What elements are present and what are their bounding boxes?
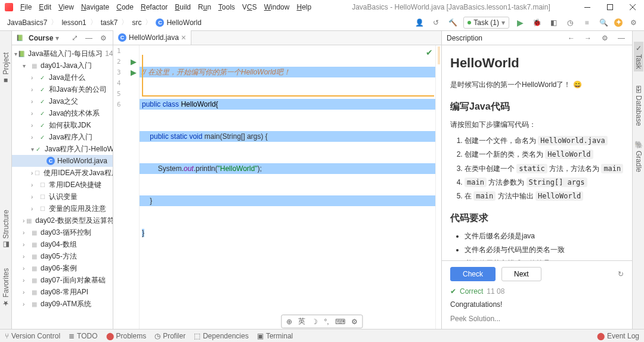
tree-day08[interactable]: ›▦day08-常用API xyxy=(12,286,113,298)
close-button[interactable] xyxy=(621,0,644,14)
tree-lesson[interactable]: ›✓Java是什么 xyxy=(12,71,113,83)
maximize-button[interactable] xyxy=(599,0,621,14)
task-icon: ✓ xyxy=(34,145,42,153)
menu-edit[interactable]: Edit xyxy=(35,2,55,13)
gradle-tool-button[interactable]: 🐘Gradle xyxy=(634,140,643,172)
tree-lesson[interactable]: ›☐使用IDEA开发Java程序 xyxy=(12,167,113,179)
menu-file[interactable]: File xyxy=(17,2,35,13)
tree-day06[interactable]: ›▦day06-案例 xyxy=(12,262,113,274)
emoji-icon: 😄 xyxy=(573,80,582,89)
problems-button[interactable]: ⬤Problems xyxy=(106,332,147,340)
tree-day02[interactable]: ›▦day02-数据类型及运算符 xyxy=(12,214,113,226)
menu-view[interactable]: View xyxy=(55,2,78,13)
tree-lesson[interactable]: ›✓和Java有关的公司 xyxy=(12,83,113,95)
breadcrumb-item[interactable]: src xyxy=(129,17,144,28)
ime-lang[interactable]: 英 xyxy=(298,316,305,327)
minimize-button[interactable] xyxy=(576,0,599,14)
profiler-button[interactable]: ◷Profiler xyxy=(154,332,185,340)
debug-button[interactable]: 🐞 xyxy=(531,17,543,29)
tree-hello-file[interactable]: CHelloWorld.java xyxy=(12,155,113,167)
favorites-tool-button[interactable]: ★Favorites xyxy=(2,268,10,307)
breadcrumb-item[interactable]: task7 xyxy=(98,17,120,28)
ime-settings-icon[interactable]: ⚙ xyxy=(351,318,358,326)
tree-day01[interactable]: ▾▦day01-Java入门 xyxy=(12,60,113,71)
module-icon: ▦ xyxy=(24,216,33,225)
version-control-button[interactable]: ⑂Version Control xyxy=(5,332,60,340)
next-task-icon[interactable]: → xyxy=(582,32,594,44)
ide-updates-icon[interactable]: ✦ xyxy=(614,18,623,27)
tree-lesson[interactable]: ›☐认识变量 xyxy=(12,191,113,203)
check-button[interactable]: Check xyxy=(450,267,496,281)
tree-course-root[interactable]: ▾📗Java基础入门-每日练习14/109 xyxy=(12,48,113,60)
ime-bar[interactable]: ⊕ 英 ☽ °, ⌨ ⚙ xyxy=(281,315,363,328)
tree-lesson[interactable]: ›✓Java之父 xyxy=(12,95,113,107)
close-tab-icon[interactable]: × xyxy=(181,33,186,42)
expand-all-icon[interactable]: ⤢ xyxy=(69,32,80,44)
menu-help[interactable]: Help xyxy=(293,2,315,13)
tree-day09[interactable]: ›▦day09-ATM系统 xyxy=(12,298,113,310)
coverage-button[interactable]: ◧ xyxy=(547,17,559,29)
stop-button[interactable]: ■ xyxy=(581,17,593,29)
tree-lesson[interactable]: ›✓Java程序入门 xyxy=(12,131,113,143)
build-icon[interactable]: 🔨 xyxy=(447,17,459,29)
menu-build[interactable]: Build xyxy=(171,2,194,13)
menu-tools[interactable]: Tools xyxy=(215,2,239,13)
dependencies-button[interactable]: ⬚Dependencies xyxy=(194,332,249,340)
menu-vcs[interactable]: VCS xyxy=(239,2,261,13)
settings-icon[interactable]: ⚙ xyxy=(627,17,639,29)
tree-lesson[interactable]: ›☐常用IDEA快捷键 xyxy=(12,179,113,191)
menu-refactor[interactable]: Refactor xyxy=(137,2,171,13)
ime-globe-icon[interactable]: ⊕ xyxy=(286,318,292,326)
search-everywhere-button[interactable]: 🔍 xyxy=(597,17,609,29)
add-user-icon[interactable]: 👤 xyxy=(413,17,425,29)
module-icon: ▦ xyxy=(30,276,38,284)
ime-moon-icon[interactable]: ☽ xyxy=(311,318,318,326)
breadcrumb-item[interactable]: lesson1 xyxy=(59,17,88,28)
run-button[interactable]: ▶ xyxy=(514,17,526,29)
terminal-button[interactable]: ▣Terminal xyxy=(257,332,293,340)
app-logo-icon xyxy=(5,3,13,11)
editor-minimap[interactable] xyxy=(435,45,441,329)
breadcrumb-item[interactable]: JavaBasics7 xyxy=(5,17,49,28)
menu-navigate[interactable]: Navigate xyxy=(78,2,113,13)
tree-lesson[interactable]: ›✓如何获取JDK xyxy=(12,119,113,131)
task-icon: ✓ xyxy=(38,121,47,129)
tree-lesson[interactable]: ›☐变量的应用及注意 xyxy=(12,203,113,214)
ime-keyboard-icon[interactable]: ⌨ xyxy=(335,318,345,326)
panel-settings-icon[interactable]: ⚙ xyxy=(599,32,611,44)
task-tool-button[interactable]: ✓Task xyxy=(634,42,643,71)
event-log-button[interactable]: ⬤Event Log xyxy=(597,332,639,340)
next-button[interactable]: Next xyxy=(501,267,541,281)
hide-panel-icon[interactable]: — xyxy=(615,32,627,44)
tree-day03[interactable]: ›▦day03-循环控制 xyxy=(12,226,113,238)
editor-tab[interactable]: C HelloWorld.java × xyxy=(113,30,191,45)
menu-code[interactable]: Code xyxy=(113,2,137,13)
tree-hello-lesson[interactable]: ▾✓Java程序入门-HelloWorld xyxy=(12,143,113,155)
tree-day04[interactable]: ›▦day04-数组 xyxy=(12,238,113,250)
run-gutter-icon[interactable]: ▶ xyxy=(131,57,137,66)
run-config-selector[interactable]: Task (1) ▾ xyxy=(463,17,509,29)
database-tool-button[interactable]: 🗄Database xyxy=(634,86,643,126)
editor-gutter: 1 2▶ 3▶ 4 5 6 xyxy=(113,45,140,329)
panel-settings-icon[interactable]: ⚙ xyxy=(97,32,109,44)
code-body[interactable]: // 在这里，开始编写你的第一个HelloWorld吧！ public clas… xyxy=(140,45,435,329)
menu-window[interactable]: Window xyxy=(261,2,293,13)
peek-solution-link[interactable]: Peek Solution... xyxy=(450,315,624,323)
breadcrumb-item[interactable]: CHelloWorld xyxy=(153,17,203,28)
todo-button[interactable]: ≣TODO xyxy=(69,332,97,340)
structure-tool-button[interactable]: ◧Structure xyxy=(2,210,10,249)
editor-content[interactable]: 1 2▶ 3▶ 4 5 6 // 在这里，开始编写你的第一个HelloWorld… xyxy=(113,45,441,329)
prev-task-icon[interactable]: ← xyxy=(565,32,577,44)
tree-lesson[interactable]: ›✓Java的技术体系 xyxy=(12,107,113,119)
sync-icon[interactable]: ↺ xyxy=(430,17,442,29)
tree-day05[interactable]: ›▦day05-方法 xyxy=(12,250,113,262)
collapse-icon[interactable]: — xyxy=(83,32,95,44)
run-gutter-icon[interactable]: ▶ xyxy=(131,68,137,77)
project-tool-button[interactable]: ■Project xyxy=(2,52,10,85)
inspection-ok-icon[interactable]: ✔ xyxy=(426,48,433,57)
profile-button[interactable]: ◷ xyxy=(564,17,576,29)
reset-task-icon[interactable]: ↻ xyxy=(618,270,624,278)
ime-punct-icon[interactable]: °, xyxy=(324,318,329,326)
menu-run[interactable]: Run xyxy=(194,2,215,13)
tree-day07[interactable]: ›▦day07-面向对象基础 xyxy=(12,274,113,286)
